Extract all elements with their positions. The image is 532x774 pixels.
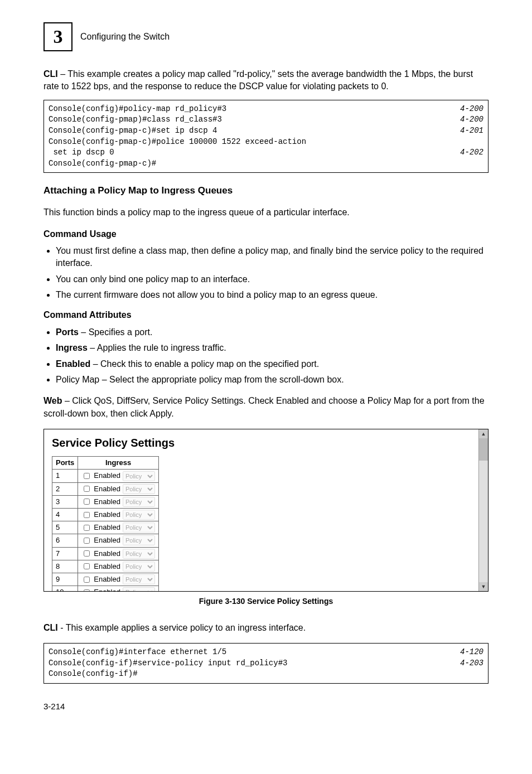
port-cell: 4 xyxy=(52,508,78,521)
attr-name: Ingress xyxy=(56,343,88,352)
ui-title: Service Policy Settings xyxy=(52,435,480,451)
policy-select[interactable]: Policy xyxy=(123,562,155,572)
code-ref: 4-202 xyxy=(460,147,483,158)
ingress-cell: EnabledPolicy xyxy=(78,482,159,495)
enabled-label: Enabled xyxy=(94,484,120,494)
table-row: 7EnabledPolicy xyxy=(52,547,159,560)
section-heading-attaching: Attaching a Policy Map to Ingress Queues xyxy=(43,184,489,197)
cli-intro-1: CLI – This example creates a policy map … xyxy=(43,68,489,93)
list-item: The current firmware does not allow you … xyxy=(56,289,489,301)
scroll-up-icon[interactable]: ▲ xyxy=(479,429,488,438)
enabled-checkbox[interactable] xyxy=(84,486,90,492)
scrollbar[interactable]: ▲ ▼ xyxy=(478,429,488,591)
policy-select[interactable]: Policy xyxy=(123,535,155,545)
web-label: Web xyxy=(43,396,62,405)
enabled-checkbox[interactable] xyxy=(84,538,90,544)
port-cell: 7 xyxy=(52,547,78,560)
policy-select[interactable]: Policy xyxy=(123,587,155,592)
enabled-label: Enabled xyxy=(94,523,120,533)
enabled-label: Enabled xyxy=(94,549,120,559)
port-cell: 6 xyxy=(52,534,78,547)
enabled-label: Enabled xyxy=(94,497,120,507)
table-row: 6EnabledPolicy xyxy=(52,534,159,547)
enabled-checkbox[interactable] xyxy=(84,577,90,583)
code-block-2: Console(config)#interface ethernet 1/54-… xyxy=(43,643,489,684)
port-cell: 1 xyxy=(52,470,78,482)
code-line: Console(config-if)# xyxy=(49,669,483,680)
attr-name: Enabled xyxy=(56,359,90,369)
enabled-checkbox[interactable] xyxy=(84,512,90,518)
code-cmd: Console(config-pmap)#class rd_class#3 xyxy=(49,114,222,125)
usage-list: You must first define a class map, then … xyxy=(43,245,489,302)
port-cell: 8 xyxy=(52,560,78,573)
web-paragraph: Web – Click QoS, DiffServ, Service Polic… xyxy=(43,395,489,420)
code-line: set ip dscp 04-202 xyxy=(49,147,483,158)
list-item: Policy Map – Select the appropriate poli… xyxy=(56,374,489,386)
code-block-1: Console(config)#policy-map rd_policy#34-… xyxy=(43,100,489,173)
code-cmd: Console(config-pmap-c)#set ip dscp 4 xyxy=(49,125,217,137)
code-line: Console(config-pmap-c)# xyxy=(49,158,483,170)
policy-select[interactable]: Policy xyxy=(123,549,155,559)
list-item: Ports – Specifies a port. xyxy=(56,326,489,338)
page-number: 3-214 xyxy=(43,700,489,712)
code-line: Console(config)#interface ethernet 1/54-… xyxy=(49,647,483,658)
figure-caption: Figure 3-130 Service Policy Settings xyxy=(43,596,489,607)
enabled-checkbox[interactable] xyxy=(84,473,90,479)
port-cell: 3 xyxy=(52,495,78,508)
attr-name: Ports xyxy=(56,327,79,337)
page-header: 3 Configuring the Switch xyxy=(43,22,489,51)
code-cmd: Console(config-if)# xyxy=(49,669,138,680)
ingress-cell: EnabledPolicy xyxy=(78,521,159,534)
enabled-label: Enabled xyxy=(94,471,120,481)
chapter-title: Configuring the Switch xyxy=(80,31,170,43)
code-ref: 4-203 xyxy=(460,658,483,669)
table-row: 2EnabledPolicy xyxy=(52,482,159,495)
code-line: Console(config-pmap-c)#set ip dscp 44-20… xyxy=(49,125,483,137)
list-item: Ingress – Applies the rule to ingress tr… xyxy=(56,342,489,354)
scroll-thumb[interactable] xyxy=(479,438,488,461)
table-row: 4EnabledPolicy xyxy=(52,508,159,521)
list-item: You must first define a class map, then … xyxy=(56,245,489,270)
code-cmd: Console(config-pmap-c)# xyxy=(49,158,156,170)
web-text: – Click QoS, DiffServ, Service Policy Se… xyxy=(43,396,485,418)
code-ref: 4-120 xyxy=(460,647,483,658)
code-cmd: Console(config-if)#service-policy input … xyxy=(49,658,287,669)
cli-intro-2: CLI - This example applies a service pol… xyxy=(43,622,489,634)
ingress-cell: EnabledPolicy xyxy=(78,547,159,560)
ingress-cell: EnabledPolicy xyxy=(78,495,159,508)
scroll-down-icon[interactable]: ▼ xyxy=(479,582,488,591)
enabled-checkbox[interactable] xyxy=(84,525,90,531)
enabled-checkbox[interactable] xyxy=(84,589,90,592)
command-attributes-heading: Command Attributes xyxy=(43,309,489,321)
table-row: 1EnabledPolicy xyxy=(52,470,159,482)
code-line: Console(config-if)#service-policy input … xyxy=(49,658,483,669)
enabled-checkbox[interactable] xyxy=(84,499,90,505)
section-desc: This function binds a policy map to the … xyxy=(43,206,489,219)
policy-select[interactable]: Policy xyxy=(123,497,155,507)
code-ref: 4-200 xyxy=(460,104,483,115)
enabled-label: Enabled xyxy=(94,510,120,520)
enabled-checkbox[interactable] xyxy=(84,563,90,569)
enabled-label: Enabled xyxy=(94,587,120,592)
ingress-cell: EnabledPolicy xyxy=(78,560,159,573)
attrs-list: Ports – Specifies a port.Ingress – Appli… xyxy=(43,326,489,386)
enabled-checkbox[interactable] xyxy=(84,550,90,557)
policy-select[interactable]: Policy xyxy=(123,523,155,533)
port-cell: 2 xyxy=(52,482,78,495)
code-cmd: Console(config-pmap-c)#police 100000 152… xyxy=(49,137,306,148)
policy-select[interactable]: Policy xyxy=(123,574,155,584)
code-line: Console(config)#policy-map rd_policy#34-… xyxy=(49,104,483,115)
cli-label: CLI xyxy=(43,69,58,79)
list-item: You can only bind one policy map to an i… xyxy=(56,273,489,286)
enabled-label: Enabled xyxy=(94,574,120,584)
attr-desc: – Applies the rule to ingress traffic. xyxy=(88,343,226,352)
policy-select[interactable]: Policy xyxy=(123,510,155,520)
code-line: Console(config-pmap-c)#police 100000 152… xyxy=(49,137,483,148)
table-row: 3EnabledPolicy xyxy=(52,495,159,508)
col-ports: Ports xyxy=(52,457,78,470)
cli-intro-1-text: – This example creates a policy map call… xyxy=(43,69,473,91)
code-ref: 4-201 xyxy=(460,125,483,137)
policy-select[interactable]: Policy xyxy=(123,471,155,481)
policy-select[interactable]: Policy xyxy=(123,484,155,494)
port-cell: 10 xyxy=(52,586,78,592)
